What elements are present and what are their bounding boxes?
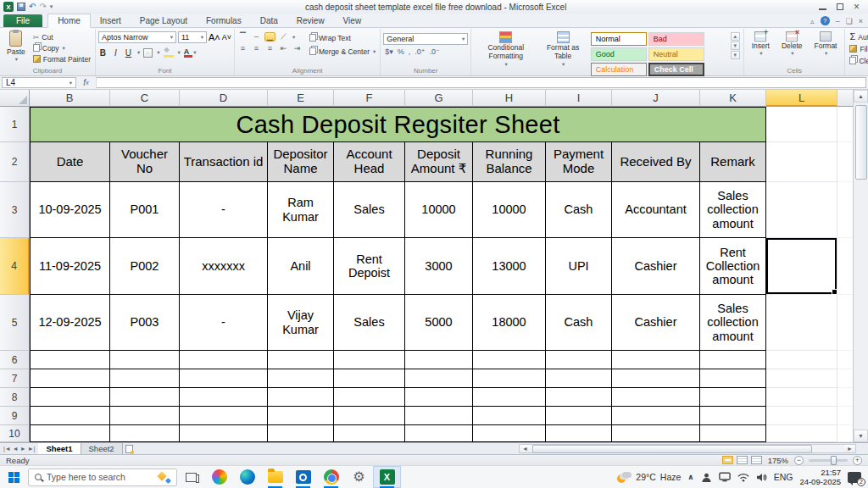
cell-F3[interactable]: Sales: [334, 182, 405, 238]
ribbon-tab-home[interactable]: Home: [47, 14, 91, 28]
start-button[interactable]: [0, 466, 28, 488]
cell-G6[interactable]: [405, 351, 473, 369]
column-header-K[interactable]: K: [700, 90, 766, 107]
cell-C5[interactable]: P003: [110, 295, 180, 351]
cell-C6[interactable]: [110, 351, 180, 369]
prev-sheet-icon[interactable]: ◄: [13, 446, 19, 452]
cell-H8[interactable]: [473, 388, 546, 407]
align-right-button[interactable]: ≡: [264, 44, 275, 53]
ribbon-tab-review[interactable]: Review: [287, 14, 334, 27]
align-center-button[interactable]: ≡: [251, 44, 262, 53]
cell-D6[interactable]: [180, 351, 268, 369]
cell-title-B1[interactable]: Cash Deposit Regsiter Sheet: [30, 107, 766, 142]
cell-L2[interactable]: [766, 142, 837, 182]
number-format-select[interactable]: General▾: [383, 33, 468, 45]
increase-decimal-button[interactable]: .0⁺: [415, 47, 425, 56]
cell-F7[interactable]: [334, 369, 405, 388]
notification-center-button[interactable]: 2: [848, 472, 861, 483]
comma-style-button[interactable]: ,: [409, 47, 411, 56]
fill-color-button[interactable]: [164, 48, 174, 58]
zoom-out-button[interactable]: −: [794, 456, 804, 465]
cell-D10[interactable]: [180, 425, 268, 442]
cell-style-neutral[interactable]: Neutral: [648, 47, 704, 61]
cell-J10[interactable]: [612, 425, 700, 442]
align-left-button[interactable]: ≡: [237, 44, 248, 53]
column-header-H[interactable]: H: [473, 90, 546, 107]
borders-button[interactable]: [143, 48, 153, 58]
cell-K6[interactable]: [700, 351, 766, 369]
name-box[interactable]: L4▾: [2, 77, 76, 88]
column-header-C[interactable]: C: [110, 90, 180, 107]
cell-B2[interactable]: Date: [30, 142, 110, 182]
underline-button[interactable]: U: [124, 48, 133, 58]
cell-F4[interactable]: Rent Depoist: [334, 238, 405, 295]
row-header-1[interactable]: 1: [0, 107, 30, 142]
ribbon-tab-file[interactable]: File: [3, 14, 42, 27]
insert-cells-button[interactable]: Insert▾: [747, 30, 775, 58]
column-header-I[interactable]: I: [546, 90, 612, 107]
cell-E6[interactable]: [268, 351, 334, 369]
cell-I8[interactable]: [546, 388, 612, 407]
cell-J2[interactable]: Received By: [612, 142, 700, 182]
zoom-in-button[interactable]: +: [853, 456, 862, 465]
collapse-ribbon-icon[interactable]: ▵: [810, 17, 815, 25]
cell-H6[interactable]: [473, 351, 546, 369]
cell-K4[interactable]: Rent Collection amount: [700, 238, 766, 295]
cell-D4[interactable]: xxxxxxx: [180, 238, 268, 295]
merge-center-button[interactable]: Merge & Center▾: [308, 46, 377, 57]
row-header-5[interactable]: 5: [0, 295, 30, 351]
italic-button[interactable]: I: [111, 48, 120, 58]
cell-K10[interactable]: [700, 425, 766, 442]
cell-L5[interactable]: [766, 295, 837, 351]
maximize-button[interactable]: [837, 3, 843, 10]
taskbar-excel[interactable]: X: [373, 466, 401, 488]
sheet-tab-sheet2[interactable]: Sheet2: [81, 443, 123, 454]
cell-K9[interactable]: [700, 407, 766, 425]
row-header-4[interactable]: 4: [0, 238, 30, 295]
cell-F2[interactable]: Account Head: [334, 142, 405, 182]
cell-style-calculation[interactable]: Calculation: [591, 63, 647, 76]
cell-I4[interactable]: UPI: [546, 238, 612, 295]
row-header-9[interactable]: 9: [0, 407, 30, 425]
insert-worksheet-button[interactable]: [123, 445, 136, 453]
font-name-select[interactable]: Aptos Narrow▾: [98, 31, 176, 43]
cell-G2[interactable]: Deposit Amount ₹: [405, 142, 473, 182]
cell-F5[interactable]: Sales: [334, 295, 405, 351]
column-header-B[interactable]: B: [30, 90, 110, 107]
zoom-level[interactable]: 175%: [768, 456, 788, 465]
cell-F10[interactable]: [334, 425, 405, 442]
cell-H2[interactable]: Running Balance: [473, 142, 546, 182]
cell-C3[interactable]: P001: [110, 182, 180, 238]
workbook-minimize-icon[interactable]: –: [836, 17, 840, 25]
horizontal-scrollbar[interactable]: ◄ ►: [519, 444, 856, 453]
last-sheet-icon[interactable]: ►|: [28, 446, 36, 452]
scroll-right-icon[interactable]: ►: [844, 445, 855, 452]
next-sheet-icon[interactable]: ►: [20, 446, 26, 452]
ribbon-tab-data[interactable]: Data: [251, 14, 287, 27]
cell-J9[interactable]: [612, 407, 700, 425]
cell-G8[interactable]: [405, 388, 473, 407]
percent-style-button[interactable]: %: [398, 47, 404, 56]
scroll-up-icon[interactable]: ▲: [854, 90, 868, 103]
cell-H10[interactable]: [473, 425, 546, 442]
zoom-slider-thumb[interactable]: [831, 456, 837, 465]
cell-C9[interactable]: [110, 407, 180, 425]
workbook-close-icon[interactable]: ×: [859, 17, 863, 25]
orientation-button[interactable]: ⟋: [278, 32, 289, 42]
cell-K5[interactable]: Sales collection amount: [700, 295, 766, 351]
cell-K2[interactable]: Remark: [700, 142, 766, 182]
taskbar-chrome[interactable]: [317, 466, 345, 488]
select-all-corner[interactable]: [0, 90, 30, 107]
cell-J6[interactable]: [612, 351, 700, 369]
cell-C4[interactable]: P002: [110, 238, 180, 295]
cell-G5[interactable]: 5000: [405, 295, 473, 351]
cell-L6[interactable]: [766, 351, 837, 369]
cell-I9[interactable]: [546, 407, 612, 425]
align-top-button[interactable]: ▔: [237, 32, 248, 42]
cell-B5[interactable]: 12-09-2025: [30, 295, 110, 351]
cell-F8[interactable]: [334, 388, 405, 407]
clear-button[interactable]: Clear▾: [848, 55, 868, 66]
cell-B7[interactable]: [30, 369, 110, 388]
row-header-8[interactable]: 8: [0, 388, 30, 407]
horizontal-scroll-thumb[interactable]: [532, 445, 812, 453]
